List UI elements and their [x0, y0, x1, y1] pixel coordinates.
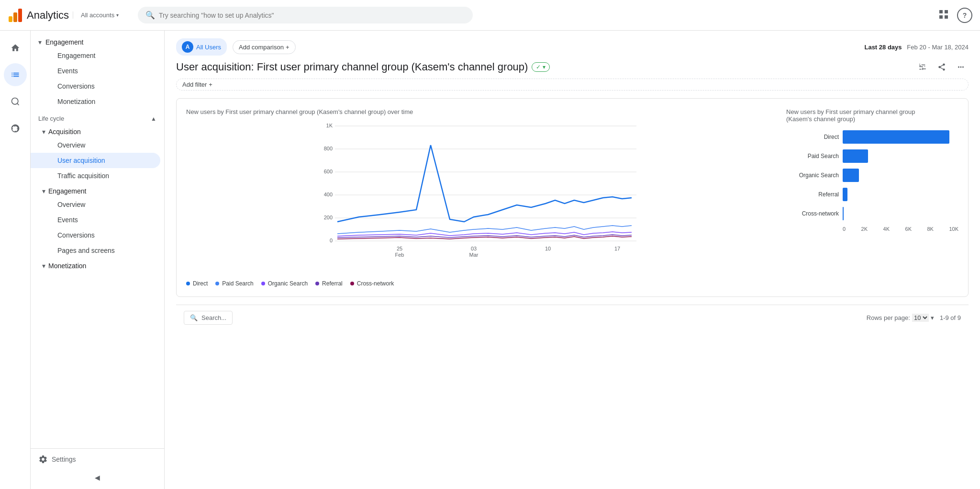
rows-per-page-select[interactable]: 10 25 50 [912, 314, 929, 322]
nav-conversions-eng[interactable]: Conversions [31, 227, 160, 243]
svg-text:800: 800 [324, 146, 333, 151]
customize-report-button[interactable] [915, 59, 930, 75]
rows-chevron-icon: ▾ [931, 314, 934, 321]
pagination-controls: Rows per page: 10 25 50 ▾ 1-9 of 9 [867, 314, 961, 322]
svg-text:Mar: Mar [469, 252, 479, 258]
engagement-section-header[interactable]: ▾ Engagement [31, 34, 164, 48]
acquisition-expand-icon: ▾ [42, 128, 45, 136]
bottom-bar: 🔍 Search... Rows per page: 10 25 50 ▾ 1-… [176, 305, 969, 330]
lifecycle-collapse-icon[interactable]: ▲ [151, 115, 156, 122]
help-button[interactable]: ? [957, 8, 972, 23]
svg-rect-4 [945, 10, 948, 13]
nav-conversions-top[interactable]: Conversions [31, 79, 160, 94]
legend-referral: Referral [315, 280, 343, 287]
bar-fill-cross-network [843, 207, 844, 220]
svg-rect-1 [13, 12, 17, 22]
table-search-input[interactable]: 🔍 Search... [184, 311, 233, 325]
nav-engagement-sub[interactable]: Engagement [31, 48, 160, 63]
bar-x-axis: 0 2K 4K 6K 8K 10K [786, 226, 958, 232]
engagement-sub-header[interactable]: ▾ Engagement [31, 183, 164, 197]
svg-text:400: 400 [324, 192, 333, 197]
rows-per-page-label: Rows per page: [867, 314, 910, 321]
bar-fill-direct [843, 130, 949, 144]
all-users-badge[interactable]: A All Users [176, 38, 227, 56]
main-layout: ▾ Engagement Engagement Events Conversio… [0, 31, 980, 489]
nav-overview-eng[interactable]: Overview [31, 197, 160, 212]
app-title: Analytics [27, 9, 69, 22]
legend-label-direct: Direct [193, 280, 208, 287]
bar-track-organic-search [843, 169, 958, 182]
line-chart-title: New users by First user primary channel … [186, 108, 771, 115]
legend-label-referral: Referral [322, 280, 343, 287]
advertising-icon-button[interactable] [4, 117, 27, 140]
account-selector[interactable]: All accounts ▾ [73, 11, 119, 19]
engagement-arrow-icon: ▾ [38, 38, 42, 46]
search-icon: 🔍 [145, 11, 155, 20]
legend-organic-search: Organic Search [261, 280, 308, 287]
monetization-sub-header[interactable]: ▾ Monetization [31, 258, 164, 272]
home-icon-button[interactable] [4, 36, 27, 59]
svg-text:200: 200 [324, 215, 333, 220]
settings-button[interactable]: Settings [31, 448, 164, 470]
svg-text:0: 0 [330, 238, 333, 243]
bar-label-organic-search: Organic Search [786, 172, 839, 179]
explore-icon-button[interactable] [4, 90, 27, 113]
rows-per-page: Rows per page: 10 25 50 ▾ [867, 314, 934, 322]
date-range-value: Feb 20 - Mar 18, 2024 [907, 44, 969, 51]
nav-pages-screens[interactable]: Pages and screens [31, 243, 160, 258]
legend-paid-search: Paid Search [215, 280, 253, 287]
bar-row-organic-search: Organic Search [786, 169, 958, 182]
pagination-range: 1-9 of 9 [940, 314, 961, 321]
bar-row-cross-network: Cross-network [786, 207, 958, 220]
apps-grid-button[interactable] [938, 9, 949, 22]
channel-group-badge[interactable]: ✓ ▾ [532, 62, 550, 72]
legend-direct: Direct [186, 280, 208, 287]
lifecycle-label: Life cycle [38, 115, 64, 122]
nav-overview-acq[interactable]: Overview [31, 137, 160, 153]
bar-chart-title: New users by First user primary channel … [786, 108, 958, 123]
title-actions [915, 59, 969, 75]
date-range-label: Last 28 days [864, 44, 902, 51]
bar-x-label-0: 0 [843, 226, 846, 232]
svg-text:03: 03 [471, 246, 477, 251]
sidebar: ▾ Engagement Engagement Events Conversio… [31, 31, 165, 489]
logo-area: Analytics All accounts ▾ [8, 8, 132, 23]
svg-rect-5 [939, 15, 943, 19]
search-input[interactable] [159, 11, 465, 19]
page-title: User acquisition: First user primary cha… [176, 61, 528, 73]
bar-x-label-10k: 10K [949, 226, 958, 232]
add-filter-label: Add filter [182, 81, 207, 88]
bar-track-cross-network [843, 207, 958, 220]
nav-traffic-acquisition[interactable]: Traffic acquisition [31, 168, 160, 183]
bar-label-paid-search: Paid Search [786, 153, 839, 159]
nav-events-eng[interactable]: Events [31, 212, 160, 227]
more-options-button[interactable] [953, 59, 969, 75]
search-bar[interactable]: 🔍 [138, 7, 473, 23]
add-comparison-button[interactable]: Add comparison + [233, 40, 296, 54]
add-filter-row: Add filter + [176, 79, 969, 91]
svg-rect-2 [18, 9, 22, 22]
legend-label-cross-network: Cross-network [357, 280, 394, 287]
legend-dot-referral [315, 282, 319, 285]
nav-events-top[interactable]: Events [31, 63, 160, 79]
svg-rect-6 [945, 15, 948, 19]
acquisition-section-header[interactable]: ▾ Acquisition [31, 124, 164, 137]
svg-text:Feb: Feb [395, 252, 404, 258]
table-search-icon: 🔍 [190, 314, 198, 321]
user-avatar: A [182, 41, 193, 53]
share-button[interactable] [934, 59, 949, 75]
user-label: All Users [196, 44, 221, 51]
reports-icon-button[interactable] [4, 63, 27, 86]
nav-user-acquisition[interactable]: User acquisition [31, 153, 160, 168]
svg-text:600: 600 [324, 169, 333, 174]
bar-fill-organic-search [843, 169, 859, 182]
monetization-label: Monetization [48, 262, 86, 270]
add-filter-button[interactable]: Add filter + [176, 79, 969, 91]
bar-label-cross-network: Cross-network [786, 210, 839, 217]
sidebar-collapse-button[interactable]: ◀ [31, 470, 164, 485]
nav-monetization-top[interactable]: Monetization [31, 94, 160, 109]
line-chart-svg: 1K 800 600 400 200 0 25 Feb 03 Mar 10 17 [186, 121, 771, 265]
bar-track-referral [843, 188, 958, 201]
bar-fill-paid-search [843, 149, 868, 163]
bar-x-label-2k: 2K [861, 226, 868, 232]
